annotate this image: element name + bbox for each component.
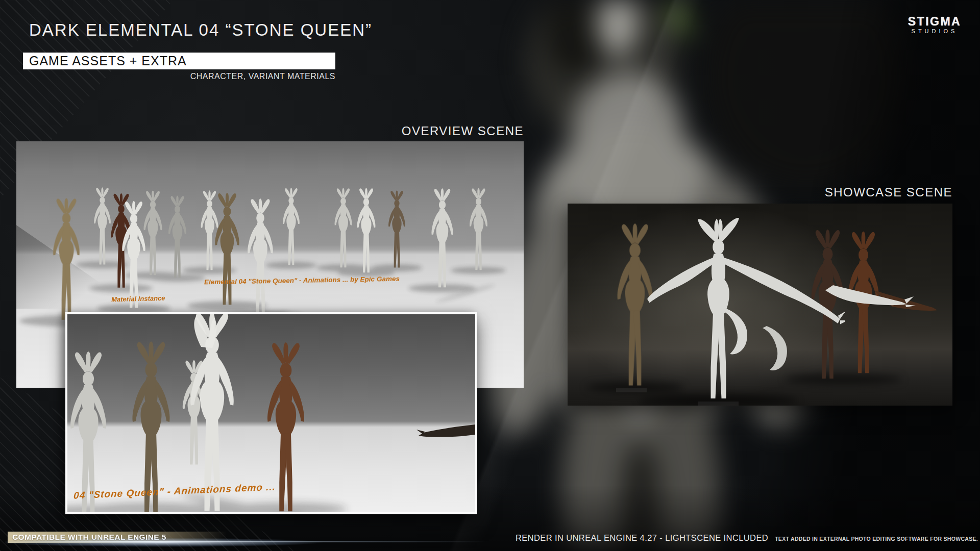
showcase-figure-bronze	[618, 223, 653, 386]
subtitle-banner: GAME ASSETS + EXTRA	[23, 53, 335, 69]
closeup-figure-pale	[70, 352, 106, 512]
character-figure	[470, 188, 487, 270]
showcase-scene-image	[568, 204, 952, 406]
showcase-scene-label: SHOWCASE SCENE	[568, 185, 952, 199]
studio-logo-sub: STUDIOS	[906, 28, 963, 34]
studio-logo: STIGMA STUDIOS	[906, 15, 963, 34]
overview-closeup-image: 04 "Stone Queen" - Animations demo ...	[65, 312, 477, 514]
character-figure	[201, 190, 218, 270]
character-figure	[357, 188, 376, 272]
render-note: RENDER IN UNREAL ENGINE 4.27 - LIGHTSCEN…	[516, 533, 768, 543]
materials-note: CHARACTER, VARIANT MATERIALS	[23, 72, 335, 81]
character-figure	[335, 188, 352, 267]
render-note-small: TEXT ADDED IN EXTERNAL PHOTO EDITING SOF…	[775, 536, 978, 542]
character-figure	[283, 188, 300, 265]
dark-hand	[419, 424, 475, 437]
showcase-characters	[568, 204, 952, 406]
character-figure	[94, 187, 111, 264]
character-figure	[53, 198, 80, 320]
page-title: DARK ELEMENTAL 04 “STONE QUEEN”	[29, 20, 372, 40]
character-figure	[431, 188, 453, 287]
queen-tail	[763, 326, 787, 370]
ue-compatibility-badge: COMPATIBLE WITH UNREAL ENGINE 5	[8, 532, 227, 543]
promo-page: DARK ELEMENTAL 04 “STONE QUEEN” GAME ASS…	[0, 0, 980, 551]
character-figure	[248, 198, 273, 315]
character-figure	[144, 190, 162, 275]
showcase-figure-queen	[647, 218, 848, 398]
overview-floor-annotation-2: Material Instance	[111, 294, 165, 304]
character-figure	[215, 193, 239, 305]
overview-scene-label: OVERVIEW SCENE	[16, 124, 524, 138]
character-figure	[388, 190, 405, 267]
character-figure	[168, 195, 186, 278]
render-notes: RENDER IN UNREAL ENGINE 4.27 - LIGHTSCEN…	[516, 533, 978, 543]
dark-hand-fingers	[416, 430, 425, 435]
studio-logo-name: STIGMA	[906, 15, 963, 28]
